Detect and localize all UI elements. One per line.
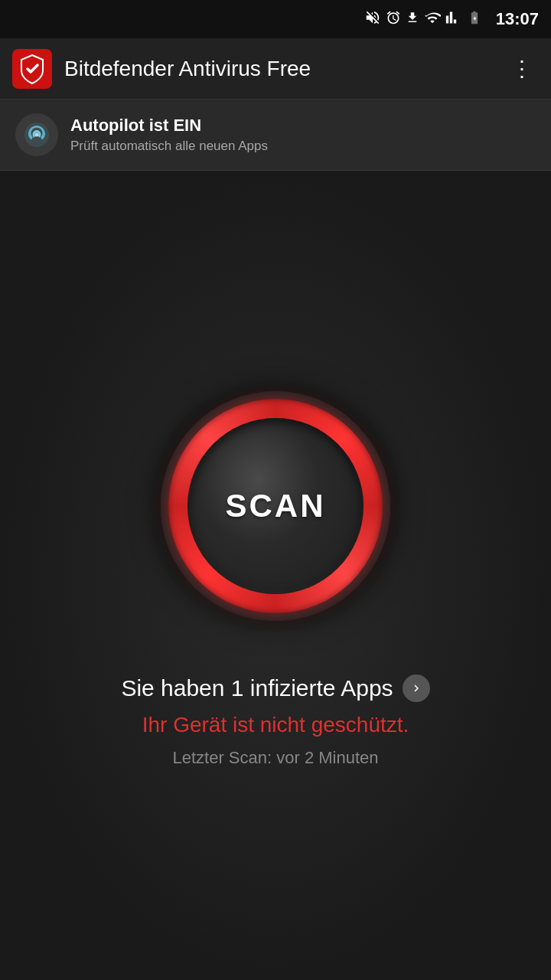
status-time: 13:07 xyxy=(496,9,539,29)
menu-button[interactable]: ⋮ xyxy=(505,50,539,87)
infected-apps-row[interactable]: Sie haben 1 infizierte Apps xyxy=(121,675,429,702)
mute-icon xyxy=(364,9,381,30)
infected-apps-chevron[interactable] xyxy=(403,675,430,702)
autopilot-icon xyxy=(15,113,58,156)
battery-icon xyxy=(465,10,484,29)
svg-point-2 xyxy=(35,133,39,137)
alarm-icon xyxy=(386,10,401,29)
main-content: SCAN Sie haben 1 infizierte Apps Ihr Ger… xyxy=(0,171,551,980)
app-logo xyxy=(12,49,52,89)
status-icons xyxy=(364,9,484,30)
status-area: Sie haben 1 infizierte Apps Ihr Gerät is… xyxy=(121,675,429,768)
scan-button-container[interactable]: SCAN xyxy=(153,384,398,629)
wifi-icon xyxy=(424,9,441,30)
signal-icon xyxy=(445,10,461,29)
warning-text: Ihr Gerät ist nicht geschützt. xyxy=(142,713,409,737)
autopilot-text-container: Autopilot ist EIN Prüft automatisch alle… xyxy=(70,116,268,154)
autopilot-bar[interactable]: Autopilot ist EIN Prüft automatisch alle… xyxy=(0,100,551,171)
last-scan-text: Letzter Scan: vor 2 Minuten xyxy=(172,748,378,768)
app-title: Bitdefender Antivirus Free xyxy=(64,57,505,81)
download-icon xyxy=(406,11,419,28)
scan-button[interactable]: SCAN xyxy=(187,418,364,594)
autopilot-title: Autopilot ist EIN xyxy=(70,116,268,136)
scan-label: SCAN xyxy=(225,488,325,524)
autopilot-subtitle: Prüft automatisch alle neuen Apps xyxy=(70,139,268,154)
infected-apps-text: Sie haben 1 infizierte Apps xyxy=(121,675,393,701)
status-bar: 13:07 xyxy=(0,0,551,38)
title-bar: Bitdefender Antivirus Free ⋮ xyxy=(0,38,551,100)
